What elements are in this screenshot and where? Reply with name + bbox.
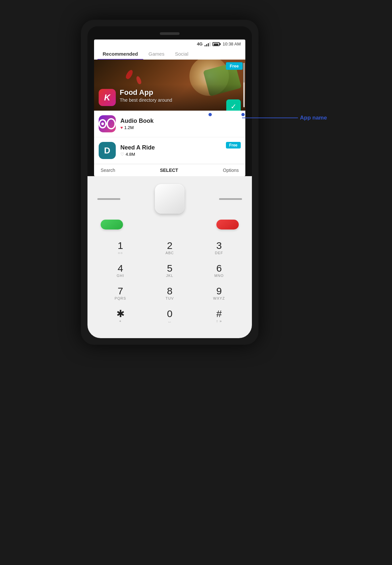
status-bar: 4G 10:38 AM <box>94 40 245 48</box>
signal-bar-2 <box>206 44 207 46</box>
time-display: 10:38 AM <box>223 41 241 46</box>
left-softkey-line <box>97 198 120 200</box>
tab-games[interactable]: Games <box>143 48 170 59</box>
speaker-slot <box>160 32 180 35</box>
featured-app-desc: The best directory around <box>120 97 172 103</box>
check-badge: ✓ <box>226 99 241 111</box>
scroll-indicator <box>243 63 245 107</box>
audiobook-info: Audio Book ♥ 1.2M <box>120 118 154 130</box>
tab-recommended[interactable]: Recommended <box>97 48 143 59</box>
select-softkey[interactable]: SELECT <box>160 168 178 173</box>
featured-free-badge: Free <box>226 62 243 70</box>
phone-keypad-section: 1 ○○ 2 ABC 3 DEF 4 GHI 5 JKL <box>87 176 252 338</box>
audiobook-icon-inner <box>99 119 107 128</box>
options-softkey[interactable]: Options <box>223 168 239 173</box>
right-softkey-line <box>219 198 242 200</box>
audiobook-meta: ♥ 1.2M <box>120 125 154 130</box>
key-9[interactable]: 9 WXYZ <box>196 283 242 304</box>
key-3[interactable]: 3 DEF <box>196 237 242 258</box>
tab-social[interactable]: Social <box>170 48 194 59</box>
featured-app-name: Food App <box>120 89 172 96</box>
key-star[interactable]: ✱ + <box>97 306 143 326</box>
call-button[interactable] <box>101 220 123 229</box>
audiobook-name: Audio Book <box>120 118 154 124</box>
ride-icon: D <box>99 142 116 159</box>
key-2[interactable]: 2 ABC <box>147 237 193 258</box>
ride-meta: ♡ 4.8M <box>120 152 155 157</box>
bottom-nav: Search SELECT Options <box>94 164 245 176</box>
audiobook-list-item[interactable]: Audio Book ♥ 1.2M <box>94 111 245 137</box>
battery-icon <box>212 42 221 46</box>
audiobook-icon <box>99 115 116 132</box>
battery-fill <box>214 43 218 45</box>
food-app-icon: K <box>99 89 116 106</box>
tab-bar: Recommended Games Social <box>94 48 245 60</box>
screen: 4G 10:38 AM <box>94 40 245 176</box>
annotation-label: App name <box>298 115 327 121</box>
featured-app-text: Food App The best directory around <box>120 89 172 103</box>
key-6[interactable]: 6 MNO <box>196 260 242 281</box>
signal-bar-1 <box>205 45 206 46</box>
softkey-row <box>97 184 242 214</box>
end-call-button[interactable] <box>216 220 239 229</box>
heart-outline-icon: ♡ <box>120 152 124 157</box>
ride-info: Need A Ride ♡ 4.8M <box>120 144 155 157</box>
scene: App name 4G <box>81 20 311 345</box>
featured-app-card[interactable]: Free K Food App The best directory aroun… <box>94 60 245 111</box>
search-softkey[interactable]: Search <box>101 168 115 173</box>
signal-bar-3 <box>208 43 209 46</box>
ride-name: Need A Ride <box>120 144 155 151</box>
call-row <box>97 220 242 229</box>
key-hash[interactable]: # ↑ » <box>196 306 242 326</box>
signal-bars <box>205 42 210 46</box>
key-5[interactable]: 5 JKL <box>147 260 193 281</box>
signal-bar-4 <box>209 42 210 46</box>
battery-body <box>212 42 220 46</box>
phone-top: 4G 10:38 AM <box>87 26 252 176</box>
ride-free-badge: Free <box>226 142 241 148</box>
key-4[interactable]: 4 GHI <box>97 260 143 281</box>
key-0[interactable]: 0 ⎵ <box>147 306 193 326</box>
key-8[interactable]: 8 TUV <box>147 283 193 304</box>
battery-tip <box>220 43 221 45</box>
network-label: 4G <box>197 41 203 46</box>
phone: 4G 10:38 AM <box>81 20 258 345</box>
dpad-button[interactable] <box>155 184 184 214</box>
heart-filled-icon: ♥ <box>120 125 123 130</box>
key-1[interactable]: 1 ○○ <box>97 237 143 258</box>
featured-app-info: K Food App The best directory around <box>99 89 172 106</box>
ride-list-item[interactable]: D Need A Ride ♡ 4.8M Free <box>94 137 245 164</box>
keypad-grid: 1 ○○ 2 ABC 3 DEF 4 GHI 5 JKL <box>97 237 242 326</box>
scroll-thumb <box>243 63 245 83</box>
key-7[interactable]: 7 PQRS <box>97 283 143 304</box>
